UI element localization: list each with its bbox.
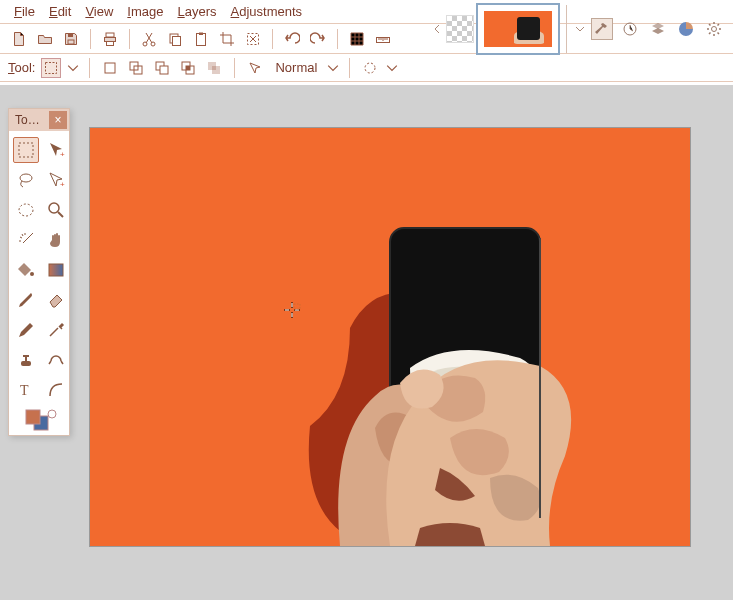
tool-line-curve[interactable] xyxy=(43,377,69,403)
close-button[interactable]: × xyxy=(49,111,67,129)
document-thumbnail[interactable] xyxy=(476,3,560,55)
open-file-button[interactable] xyxy=(34,28,56,50)
redo-button[interactable] xyxy=(307,28,329,50)
selmode-add[interactable] xyxy=(126,58,146,78)
menu-file[interactable]: File xyxy=(14,4,35,19)
paste-button[interactable] xyxy=(190,28,212,50)
tool-paintbrush[interactable] xyxy=(13,287,39,313)
sel-move-pixels[interactable] xyxy=(245,58,265,78)
menu-layers[interactable]: Layers xyxy=(177,4,216,19)
tool-recolor[interactable] xyxy=(43,347,69,373)
new-file-button[interactable] xyxy=(8,28,30,50)
tool-lasso[interactable] xyxy=(13,167,39,193)
tool-label: Tool: xyxy=(8,60,35,75)
blend-mode-select[interactable]: Normal xyxy=(271,60,321,75)
menu-view[interactable]: View xyxy=(85,4,113,19)
tool-clone-stamp[interactable] xyxy=(13,347,39,373)
history-clock-icon[interactable] xyxy=(619,18,641,40)
selmode-xor[interactable] xyxy=(204,58,224,78)
menu-edit[interactable]: Edit xyxy=(49,4,71,19)
svg-rect-9 xyxy=(173,36,181,45)
copy-button[interactable] xyxy=(164,28,186,50)
svg-rect-14 xyxy=(46,62,57,73)
tool-move[interactable]: + xyxy=(43,137,69,163)
svg-rect-5 xyxy=(107,41,114,45)
toolbox-titlebar[interactable]: To… × xyxy=(9,109,69,131)
canvas-image xyxy=(90,128,690,546)
chevron-down-icon[interactable] xyxy=(573,5,587,53)
tool-options-bar: Tool: Normal xyxy=(0,54,733,82)
grid-button[interactable] xyxy=(346,28,368,50)
settings-gear-icon[interactable] xyxy=(703,18,725,40)
tool-paint-bucket[interactable] xyxy=(13,257,39,283)
svg-point-43 xyxy=(48,410,56,418)
chevron-left-icon[interactable] xyxy=(430,5,444,53)
svg-point-7 xyxy=(151,42,155,46)
tool-shape-select[interactable] xyxy=(41,58,61,78)
svg-point-25 xyxy=(365,63,375,73)
pie-chart-icon[interactable] xyxy=(675,18,697,40)
menu-image[interactable]: Image xyxy=(127,4,163,19)
svg-point-27 xyxy=(712,27,717,32)
svg-point-35 xyxy=(19,204,33,216)
cut-button[interactable] xyxy=(138,28,160,50)
svg-rect-38 xyxy=(49,264,63,276)
svg-text:+: + xyxy=(60,150,65,159)
tool-color-picker[interactable] xyxy=(43,317,69,343)
tool-magic-wand[interactable] xyxy=(13,227,39,253)
svg-point-33 xyxy=(20,174,32,182)
hammer-icon[interactable] xyxy=(591,18,613,40)
svg-text:+: + xyxy=(60,180,65,189)
svg-text:T: T xyxy=(20,383,29,398)
canvas[interactable] xyxy=(90,128,690,546)
svg-rect-39 xyxy=(21,361,31,366)
ruler-button[interactable] xyxy=(372,28,394,50)
svg-rect-24 xyxy=(212,66,220,74)
tool-rect-select[interactable] xyxy=(13,137,39,163)
sel-constraint[interactable] xyxy=(360,58,380,78)
svg-rect-19 xyxy=(160,66,168,74)
tool-eraser[interactable] xyxy=(43,287,69,313)
crop-button[interactable] xyxy=(216,28,238,50)
tool-pan-hand[interactable] xyxy=(43,227,69,253)
svg-rect-10 xyxy=(197,33,206,45)
svg-rect-42 xyxy=(26,410,40,424)
svg-rect-15 xyxy=(105,63,115,73)
save-button[interactable] xyxy=(60,28,82,50)
selmode-intersect[interactable] xyxy=(178,58,198,78)
tool-pencil[interactable] xyxy=(13,317,39,343)
print-button[interactable] xyxy=(99,28,121,50)
menu-adjustments[interactable]: Adjustments xyxy=(231,4,303,19)
selmode-replace[interactable] xyxy=(100,58,120,78)
svg-rect-22 xyxy=(186,66,190,70)
svg-point-36 xyxy=(49,203,59,213)
undo-button[interactable] xyxy=(281,28,303,50)
tool-ellipse-select[interactable] xyxy=(13,197,39,223)
svg-point-6 xyxy=(143,42,147,46)
deselect-button[interactable] xyxy=(242,28,264,50)
tool-gradient[interactable] xyxy=(43,257,69,283)
chevron-down-icon[interactable] xyxy=(327,62,339,74)
selmode-subtract[interactable] xyxy=(152,58,172,78)
chevron-down-icon[interactable] xyxy=(67,62,79,74)
background-checker-icon[interactable] xyxy=(446,15,474,43)
chevron-down-icon[interactable] xyxy=(386,62,398,74)
svg-rect-31 xyxy=(19,143,33,157)
tool-move-selection[interactable]: + xyxy=(43,167,69,193)
tool-zoom[interactable] xyxy=(43,197,69,223)
svg-point-37 xyxy=(30,272,34,276)
svg-rect-1 xyxy=(68,34,73,37)
svg-rect-2 xyxy=(106,33,114,37)
workspace xyxy=(0,85,733,600)
top-right-strip xyxy=(430,0,733,58)
toolbox-panel[interactable]: To… × + + T xyxy=(8,108,70,436)
tool-text[interactable]: T xyxy=(13,377,39,403)
svg-rect-11 xyxy=(199,32,203,35)
toolbox-title: To… xyxy=(15,113,40,127)
layers-stack-icon[interactable] xyxy=(647,18,669,40)
color-swatches[interactable] xyxy=(9,409,69,435)
